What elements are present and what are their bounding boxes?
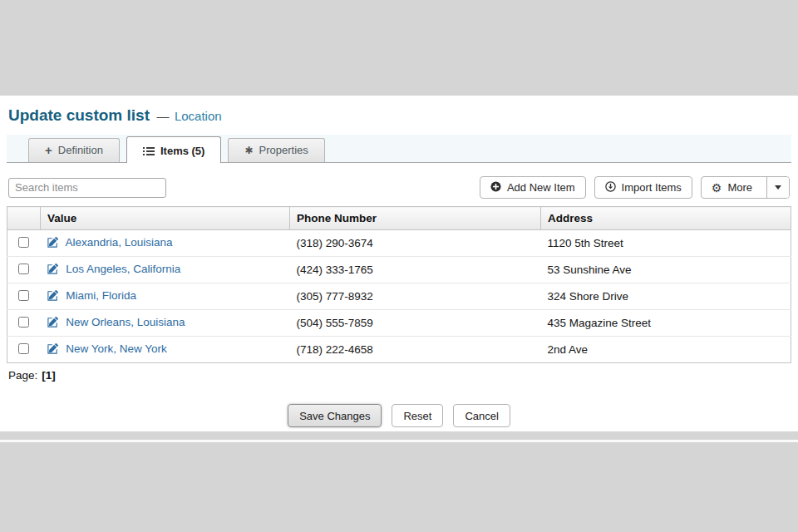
row-checkbox[interactable] xyxy=(18,264,29,274)
row-checkbox[interactable] xyxy=(18,237,29,248)
pagination: Page:[1] xyxy=(8,369,790,382)
tab-items[interactable]: Items (5) xyxy=(126,136,221,163)
table-row: New York, New York (718) 222-4658 2nd Av… xyxy=(7,337,791,363)
tab-items-label: Items (5) xyxy=(160,145,204,157)
item-value-link[interactable]: Los Angeles, California xyxy=(66,263,180,275)
cancel-button[interactable]: Cancel xyxy=(453,404,510,427)
page-title-dash: — xyxy=(156,109,169,123)
reset-button[interactable]: Reset xyxy=(392,404,443,427)
main-panel: Update custom list — Location + Definiti… xyxy=(0,96,798,431)
bottom-gray-area xyxy=(0,431,798,532)
row-value-cell: New Orleans, Louisiana xyxy=(41,310,290,337)
item-value-link[interactable]: Miami, Florida xyxy=(66,289,136,302)
row-address-cell: 435 Magazine Street xyxy=(541,310,791,337)
item-value-link[interactable]: Alexandria, Louisiana xyxy=(66,236,173,249)
page-subtitle: Location xyxy=(175,109,222,123)
header-address: Address xyxy=(541,207,791,230)
bottom-divider xyxy=(0,440,798,442)
chevron-down-icon xyxy=(775,185,781,190)
items-table: Value Phone Number Address Alexandria, L… xyxy=(7,206,791,363)
row-value-cell: Miami, Florida xyxy=(41,283,290,310)
import-circle-icon xyxy=(605,181,616,195)
plus-circle-icon xyxy=(490,181,501,195)
row-checkbox-cell xyxy=(7,257,41,283)
table-row: New Orleans, Louisiana (504) 555-7859 43… xyxy=(7,310,791,337)
header-phone-number: Phone Number xyxy=(290,207,541,230)
screen: Update custom list — Location + Definiti… xyxy=(0,0,798,532)
edit-icon[interactable] xyxy=(47,237,58,250)
top-gray-area xyxy=(0,0,798,96)
gear-icon: ⚙ xyxy=(712,182,722,194)
form-actions: Save Changes Reset Cancel xyxy=(7,404,791,427)
page-header: Update custom list — Location xyxy=(7,106,791,125)
row-phone-cell: (305) 777-8932 xyxy=(290,283,541,310)
row-checkbox[interactable] xyxy=(18,290,29,301)
row-checkbox-cell xyxy=(7,230,41,257)
import-items-button[interactable]: Import Items xyxy=(594,176,692,199)
tab-bar: + Definition Items (5) ✱ Prop xyxy=(7,135,791,163)
item-value-link[interactable]: New York, New York xyxy=(66,342,167,355)
pagination-label: Page: xyxy=(8,369,37,382)
tab-properties[interactable]: ✱ Properties xyxy=(228,138,324,162)
table-row: Alexandria, Louisiana (318) 290-3674 112… xyxy=(7,230,791,257)
edit-icon[interactable] xyxy=(47,317,58,330)
row-checkbox[interactable] xyxy=(18,343,29,354)
row-checkbox-cell xyxy=(7,337,41,363)
row-phone-cell: (318) 290-3674 xyxy=(290,230,541,257)
search-input[interactable] xyxy=(8,178,166,198)
more-button[interactable]: ⚙ More xyxy=(701,176,790,199)
asterisk-icon: ✱ xyxy=(244,145,253,155)
table-body: Alexandria, Louisiana (318) 290-3674 112… xyxy=(7,230,791,363)
table-header: Value Phone Number Address xyxy=(7,207,791,230)
more-button-main[interactable]: ⚙ More xyxy=(702,177,761,198)
plus-icon: + xyxy=(45,144,52,156)
table-row: Miami, Florida (305) 777-8932 324 Shore … xyxy=(7,283,791,310)
import-items-label: Import Items xyxy=(622,181,682,194)
row-phone-cell: (504) 555-7859 xyxy=(290,310,541,337)
tab-definition[interactable]: + Definition xyxy=(28,138,120,162)
header-checkbox-column xyxy=(7,207,41,230)
pagination-current-page[interactable]: [1] xyxy=(42,369,56,382)
row-address-cell: 53 Sunshine Ave xyxy=(541,257,791,283)
header-value: Value xyxy=(41,207,290,230)
save-changes-button[interactable]: Save Changes xyxy=(288,404,382,427)
toolbar-buttons: Add New Item Import Items ⚙ xyxy=(480,176,790,199)
table-header-row: Value Phone Number Address xyxy=(7,207,791,230)
tab-properties-label: Properties xyxy=(259,144,308,156)
item-value-link[interactable]: New Orleans, Louisiana xyxy=(66,316,185,328)
toolbar: Add New Item Import Items ⚙ xyxy=(7,176,791,199)
row-phone-cell: (424) 333-1765 xyxy=(290,257,541,283)
tab-definition-label: Definition xyxy=(58,144,103,156)
row-checkbox-cell xyxy=(7,310,41,337)
more-dropdown-toggle[interactable] xyxy=(766,177,789,198)
row-checkbox-cell xyxy=(7,283,41,310)
page-title: Update custom list xyxy=(8,106,150,124)
more-label: More xyxy=(727,181,752,194)
edit-icon[interactable] xyxy=(47,343,58,357)
row-value-cell: New York, New York xyxy=(41,337,290,363)
row-value-cell: Los Angeles, California xyxy=(41,257,290,283)
row-value-cell: Alexandria, Louisiana xyxy=(41,230,290,257)
add-new-item-label: Add New Item xyxy=(507,181,575,194)
add-new-item-button[interactable]: Add New Item xyxy=(480,176,586,199)
row-phone-cell: (718) 222-4658 xyxy=(290,337,541,363)
row-checkbox[interactable] xyxy=(18,317,29,328)
edit-icon[interactable] xyxy=(47,290,58,303)
row-address-cell: 2nd Ave xyxy=(541,337,791,363)
row-address-cell: 1120 5th Street xyxy=(541,230,791,257)
row-address-cell: 324 Shore Drive xyxy=(541,283,791,310)
edit-icon[interactable] xyxy=(47,264,58,277)
list-icon xyxy=(143,146,155,156)
table-row: Los Angeles, California (424) 333-1765 5… xyxy=(7,257,791,283)
